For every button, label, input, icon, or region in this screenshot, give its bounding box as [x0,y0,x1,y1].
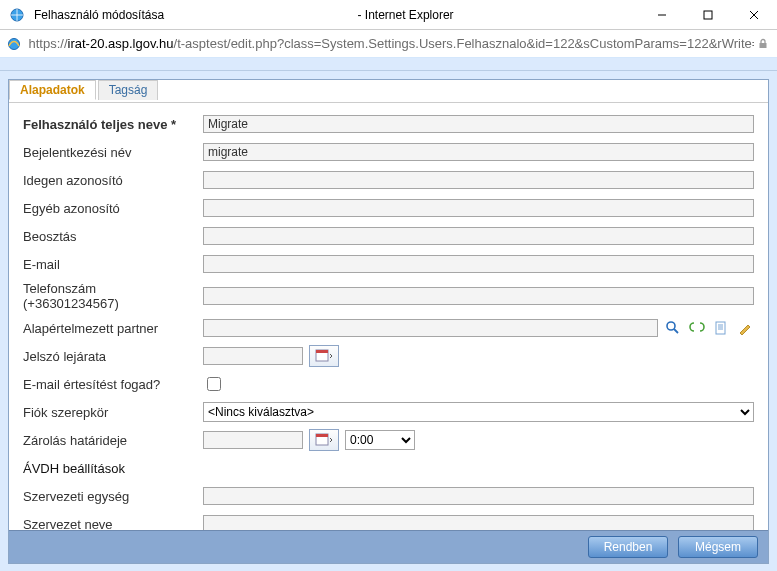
org-unit-field[interactable] [203,487,754,505]
cancel-button[interactable]: Mégsem [678,536,758,558]
ie-app-icon [6,4,28,26]
form-panel: Alapadatok Tagság Felhasználó teljes nev… [8,79,769,564]
svg-rect-2 [704,11,712,19]
position-field[interactable] [203,227,754,245]
url-path: /t-asptest/edit.php?class=System.Setting… [174,36,755,51]
form-area: Felhasználó teljes neve * Bejelentkezési… [9,103,768,551]
minimize-button[interactable] [639,0,685,30]
label-foreign-id: Idegen azonosító [23,173,193,188]
label-email-notify: E-mail értesítést fogad? [23,377,193,392]
lock-icon [754,38,771,50]
email-field[interactable] [203,255,754,273]
label-login: Bejelentkezési név [23,145,193,160]
label-full-name: Felhasználó teljes neve * [23,117,193,132]
label-org-unit: Szervezeti egység [23,489,193,504]
svg-rect-14 [316,350,328,353]
label-avdh: ÁVDH beállítások [23,461,193,476]
password-expiry-datepicker-button[interactable] [309,345,339,367]
svg-rect-9 [716,322,725,334]
other-id-field[interactable] [203,199,754,217]
label-password-expiry: Jelszó lejárata [23,349,193,364]
content-wrap: Alapadatok Tagság Felhasználó teljes nev… [0,71,777,571]
lock-deadline-date-field[interactable] [203,431,303,449]
label-lock-deadline: Zárolás határideje [23,433,193,448]
address-bar: https://irat-20.asp.lgov.hu/t-asptest/ed… [0,30,777,58]
url-scheme: https:// [29,36,68,51]
tab-alapadatok[interactable]: Alapadatok [9,80,96,100]
url-text[interactable]: https://irat-20.asp.lgov.hu/t-asptest/ed… [29,36,755,51]
url-host: irat-20.asp.lgov.hu [68,36,174,51]
ie-favicon-icon [6,35,23,53]
chrome-strip [0,58,777,71]
window-titlebar: Felhasználó módosítása - Internet Explor… [0,0,777,30]
foreign-id-field[interactable] [203,171,754,189]
login-field[interactable] [203,143,754,161]
close-button[interactable] [731,0,777,30]
document-icon[interactable] [712,319,730,337]
password-expiry-field[interactable] [203,347,303,365]
search-icon[interactable] [664,319,682,337]
svg-rect-16 [316,434,328,437]
default-partner-field[interactable] [203,319,658,337]
phone-field[interactable] [203,287,754,305]
edit-pencil-icon[interactable] [736,319,754,337]
account-role-select[interactable]: <Nincs kiválasztva> [203,402,754,422]
email-notify-checkbox[interactable] [207,377,221,391]
svg-line-8 [674,329,678,333]
lock-deadline-datepicker-button[interactable] [309,429,339,451]
ok-button[interactable]: Rendben [588,536,668,558]
tab-bar: Alapadatok Tagság [9,80,768,103]
link-icon[interactable] [688,319,706,337]
window-buttons [639,0,777,30]
label-email: E-mail [23,257,193,272]
svg-rect-6 [759,43,766,48]
maximize-button[interactable] [685,0,731,30]
label-other-id: Egyéb azonosító [23,201,193,216]
lock-deadline-time-select[interactable]: 0:00 [345,430,415,450]
full-name-field[interactable] [203,115,754,133]
label-phone: Telefonszám (+36301234567) [23,281,193,311]
svg-point-7 [667,322,675,330]
label-account-role: Fiók szerepkör [23,405,193,420]
window-title-app: - Internet Explorer [172,8,639,22]
label-position: Beosztás [23,229,193,244]
footer-bar: Rendben Mégsem [9,530,768,563]
window-title: Felhasználó módosítása [34,8,172,22]
label-default-partner: Alapértelmezett partner [23,321,193,336]
tab-tagsag[interactable]: Tagság [98,80,159,100]
